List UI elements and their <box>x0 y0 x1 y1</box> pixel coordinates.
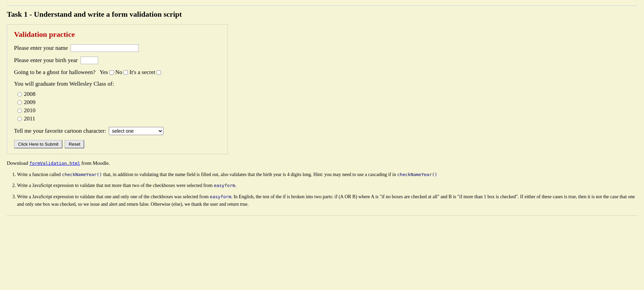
radio-2008[interactable] <box>17 92 22 97</box>
radio-2008-label: 2008 <box>24 91 35 98</box>
cartoon-select[interactable]: select one Mickey Mouse Bugs Bunny Homer… <box>109 127 163 135</box>
radio-2011[interactable] <box>17 117 22 121</box>
instruction-3: Write a JavaScript expression to validat… <box>17 193 637 208</box>
code-easyform-1: easyform <box>214 183 235 188</box>
checkbox-secret[interactable] <box>157 70 161 75</box>
radio-2011-label: 2011 <box>24 115 35 122</box>
checkbox-group: Yes No It's a secret <box>100 69 161 76</box>
download-link[interactable]: formValidation.html <box>29 161 80 166</box>
radio-2010-row: 2010 <box>17 107 221 114</box>
birth-year-label: Please enter your birth year <box>14 57 78 64</box>
form-container: Validation practice Please enter your na… <box>7 24 228 154</box>
name-label: Please enter your name <box>14 45 68 52</box>
secret-label: It's a secret <box>129 69 155 76</box>
checkbox-no[interactable] <box>123 70 128 75</box>
no-label: No <box>115 69 122 76</box>
code-easyform-2: easyform <box>210 194 231 199</box>
radio-2011-row: 2011 <box>17 115 221 122</box>
page-title: Task 1 - Understand and write a form val… <box>7 10 637 19</box>
button-row: Click Here to Submit Reset <box>14 140 221 148</box>
name-row: Please enter your name <box>14 44 221 52</box>
cartoon-row: Tell me your favorite cartoon character:… <box>14 127 221 135</box>
submit-button[interactable]: Click Here to Submit <box>14 140 62 148</box>
form-heading: Validation practice <box>14 30 221 39</box>
yes-label: Yes <box>100 69 108 76</box>
class-label: You will graduate from Wellesley Class o… <box>14 81 221 87</box>
birth-year-row: Please enter your birth year <box>14 57 221 64</box>
instruction-2: Write a JavaScript expression to validat… <box>17 182 637 189</box>
ghost-row: Going to be a ghost for halloween? Yes N… <box>14 69 221 76</box>
download-text-after: from Moodle. <box>82 160 110 166</box>
instructions-list: Write a function called checkNameYear() … <box>17 171 637 208</box>
reset-button[interactable]: Reset <box>64 140 84 148</box>
ghost-label: Going to be a ghost for halloween? <box>14 69 96 76</box>
instruction-1: Write a function called checkNameYear() … <box>17 171 637 178</box>
radio-2009-label: 2009 <box>24 99 35 106</box>
radio-2010-label: 2010 <box>24 107 35 114</box>
cartoon-label: Tell me your favorite cartoon character: <box>14 128 106 134</box>
checkbox-yes[interactable] <box>109 70 114 75</box>
radio-2008-row: 2008 <box>17 91 221 98</box>
code-checknameyear-2: checkNameYear() <box>397 172 437 177</box>
download-section: Download formValidation.html from Moodle… <box>7 160 637 166</box>
download-text-before: Download <box>7 160 28 166</box>
radio-2009-row: 2009 <box>17 99 221 106</box>
name-input[interactable] <box>71 44 139 52</box>
code-checknameyear-1: checkNameYear() <box>62 172 102 177</box>
radio-2009[interactable] <box>17 100 22 105</box>
birth-year-input[interactable] <box>80 57 98 64</box>
radio-2010[interactable] <box>17 108 22 113</box>
radio-group: 2008 2009 2010 2011 <box>17 91 221 122</box>
